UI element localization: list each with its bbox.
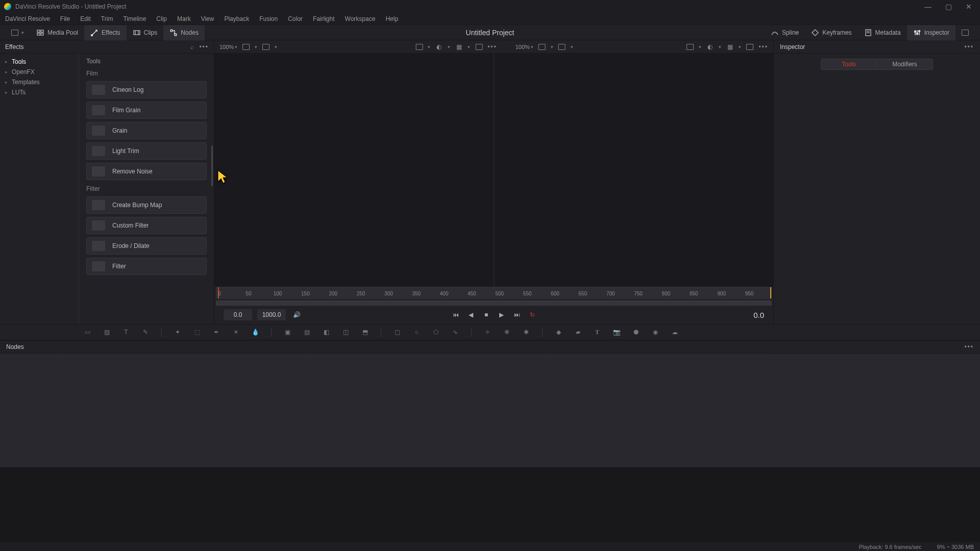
inspector-tab-tools[interactable]: Tools [821,59,877,70]
viewer-options-right[interactable]: ••• [758,43,768,51]
menu-item[interactable]: File [55,15,75,22]
current-timecode[interactable]: 0.0 [753,311,764,319]
nodes-button[interactable]: Nodes [163,25,205,40]
resize-tool-icon[interactable]: ⬒ [359,327,371,338]
audio-icon[interactable]: 🔊 [291,309,302,320]
effects-tree-tools[interactable]: ▸Tools [0,57,79,67]
planar-tool-icon[interactable]: ⬚ [191,327,203,338]
background-tool-icon[interactable]: ▭ [82,327,93,338]
text-tool-icon[interactable]: T [120,327,132,338]
end-timecode[interactable]: 1000.0 [257,309,286,320]
rectangle-mask-icon[interactable]: ▢ [391,327,403,338]
viewer-split-icon[interactable] [261,42,271,52]
metadata-button[interactable]: Metadata [858,25,907,40]
blur-tool-icon[interactable]: 💧 [250,327,261,338]
start-timecode[interactable]: 0.0 [224,309,252,320]
viewer-right[interactable] [494,54,773,287]
close-button[interactable]: ✕ [962,2,976,12]
particle-emitter-icon[interactable]: ✧ [482,327,493,338]
maximize-button[interactable]: ▢ [941,2,955,12]
effect-item[interactable]: Grain [86,122,207,139]
effect-item[interactable]: Cineon Log [86,81,207,98]
inspector-tab-modifiers[interactable]: Modifiers [877,59,933,70]
particle-render-icon[interactable]: ❋ [501,327,512,338]
menu-item[interactable]: Trim [96,15,118,22]
effects-tree-luts[interactable]: ▸LUTs [0,87,79,97]
matte-tool-icon[interactable]: ◧ [321,327,332,338]
keyframes-button[interactable]: Keyframes [805,25,857,40]
shape3d-icon[interactable]: ◆ [553,327,564,338]
menu-item[interactable]: DaVinci Resolve [3,15,55,22]
viewer-options-left[interactable]: ••• [487,43,497,51]
clips-button[interactable]: Clips [127,25,164,40]
effect-item[interactable]: Remove Noise [86,163,207,180]
paint-tool-icon[interactable]: ✎ [140,327,151,338]
menu-item[interactable]: Fairlight [308,15,340,22]
effect-item[interactable]: Filter [86,258,207,275]
nodes-graph[interactable] [0,354,980,468]
fastnoise-tool-icon[interactable]: ▨ [101,327,112,338]
viewer-grid-icon[interactable]: ▦ [725,42,734,52]
effects-tree-openfx[interactable]: ▸OpenFX [0,67,79,77]
nodes-options-button[interactable]: ••• [964,343,974,350]
media-pool-button[interactable]: Media Pool [30,25,84,40]
channel-tool-icon[interactable]: ▤ [301,327,312,338]
effect-item[interactable]: Light Trim [86,142,207,160]
image3d-icon[interactable]: ▰ [572,327,583,338]
menu-item[interactable]: Edit [75,15,96,22]
polygon-mask-icon[interactable]: ⬠ [430,327,442,338]
time-ruler[interactable]: 0501001502002503003504004505005506006507… [216,287,772,299]
light3d-icon[interactable]: ◉ [650,327,661,338]
scrollbar[interactable] [211,145,213,186]
merge-tool-icon[interactable]: ▣ [282,327,293,338]
bspline-mask-icon[interactable]: ∿ [450,327,461,338]
inspector-options-button[interactable]: ••• [964,43,974,51]
viewer-zoom-right[interactable]: 100%▾ [516,44,533,50]
go-start-button[interactable]: ⏮ [450,309,461,320]
loop-button[interactable]: ↻ [527,309,538,320]
scrub-bar[interactable] [216,300,772,306]
viewer-grid-icon[interactable]: ▦ [454,42,463,52]
viewer-roi-icon[interactable] [414,42,424,52]
search-icon[interactable]: ⌕ [190,43,194,51]
menu-item[interactable]: Mark [172,15,196,22]
spline-button[interactable]: Spline [765,25,805,40]
viewer-guide-icon[interactable] [745,42,754,52]
viewer-fit-icon[interactable] [537,42,547,52]
panel-toggle-button[interactable]: ▾ [5,25,30,40]
merge3d-icon[interactable]: ⬢ [630,327,642,338]
menu-item[interactable]: Fusion [254,15,283,22]
menu-item[interactable]: View [196,15,219,22]
viewer-fit-icon[interactable] [241,42,251,52]
effects-options-button[interactable]: ••• [199,43,209,51]
minimize-button[interactable]: — [921,2,935,12]
effect-item[interactable]: Create Bump Map [86,196,207,214]
viewer-color-icon[interactable]: ◐ [705,42,715,52]
viewer-zoom-left[interactable]: 100%▾ [219,44,237,50]
menu-item[interactable]: Workspace [340,15,381,22]
menu-item[interactable]: Help [380,15,403,22]
effects-button[interactable]: Effects [84,25,126,40]
inspector-button[interactable]: Inspector [907,25,955,40]
particle-merge-icon[interactable]: ✱ [521,327,532,338]
menu-item[interactable]: Timeline [118,15,151,22]
viewer-roi-icon[interactable] [685,42,695,52]
effects-tree-templates[interactable]: ▸Templates [0,77,79,87]
pen-tool-icon[interactable]: ✒ [211,327,222,338]
step-back-button[interactable]: ◀ [465,309,477,320]
viewer-guide-icon[interactable] [474,42,483,52]
go-end-button[interactable]: ⏭ [511,309,523,320]
menu-item[interactable]: Color [283,15,308,22]
camera3d-icon[interactable]: 📷 [611,327,622,338]
effects-list[interactable]: Tools Film Cineon Log Film Grain Grain L… [79,54,214,324]
viewer-left[interactable] [214,54,494,287]
menu-item[interactable]: Playback [219,15,254,22]
effect-item[interactable]: Erode / Dilate [86,237,207,255]
panel-toggle-right-button[interactable] [955,25,975,40]
effect-item[interactable]: Film Grain [86,102,207,119]
viewer-color-icon[interactable]: ◐ [434,42,444,52]
effect-item[interactable]: Custom Filter [86,217,207,234]
tracker-tool-icon[interactable]: ✦ [172,327,183,338]
stop-button[interactable]: ■ [481,309,492,320]
text3d-icon[interactable]: 𝐓 [592,327,603,338]
